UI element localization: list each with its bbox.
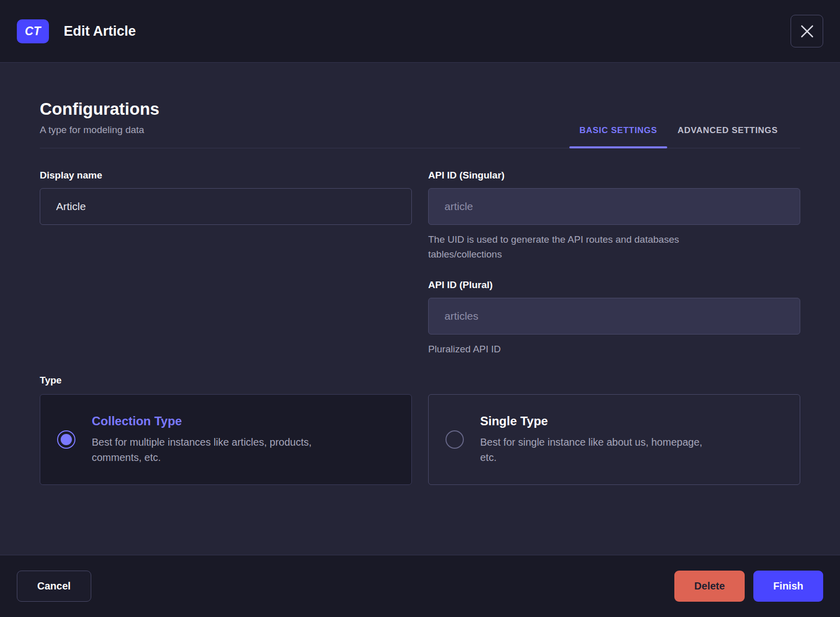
- section-header: Configurations A type for modeling data …: [40, 99, 800, 148]
- content-type-badge: CT: [17, 19, 49, 43]
- api-id-singular-input: [428, 188, 800, 225]
- finish-button[interactable]: Finish: [753, 571, 823, 602]
- tab-basic-settings[interactable]: BASIC SETTINGS: [569, 125, 667, 148]
- settings-tabs: BASIC SETTINGS ADVANCED SETTINGS: [569, 125, 788, 148]
- api-id-singular-helper: The UID is used to generate the API rout…: [428, 232, 800, 262]
- api-id-singular-label: API ID (Singular): [428, 170, 800, 181]
- single-type-title: Single Type: [480, 414, 702, 428]
- collection-type-description: Best for multiple instances like article…: [92, 434, 311, 465]
- single-type-texts: Single Type Best for single instance lik…: [480, 414, 702, 465]
- api-id-plural-helper: Pluralized API ID: [428, 342, 800, 356]
- modal-title: Edit Article: [64, 23, 136, 39]
- api-id-plural-field: API ID (Plural) Pluralized API ID: [428, 279, 800, 356]
- collection-type-title: Collection Type: [92, 414, 311, 428]
- left-column: Display name: [40, 170, 412, 356]
- collection-type-texts: Collection Type Best for multiple instan…: [92, 414, 311, 465]
- collection-type-card[interactable]: Collection Type Best for multiple instan…: [40, 394, 412, 485]
- section-titles: Configurations A type for modeling data: [40, 99, 160, 148]
- tab-advanced-settings[interactable]: ADVANCED SETTINGS: [667, 125, 788, 148]
- single-type-radio[interactable]: [445, 430, 464, 449]
- page-subtitle: A type for modeling data: [40, 124, 160, 136]
- single-type-card[interactable]: Single Type Best for single instance lik…: [428, 394, 800, 485]
- type-label: Type: [40, 375, 800, 386]
- display-name-input[interactable]: [40, 188, 412, 225]
- collection-type-radio[interactable]: [57, 430, 75, 449]
- modal-body: Configurations A type for modeling data …: [0, 63, 840, 555]
- display-name-field: Display name: [40, 170, 412, 225]
- edit-article-modal: CT Edit Article Configurations A type fo…: [0, 0, 840, 617]
- delete-button[interactable]: Delete: [674, 571, 745, 602]
- content-type-badge-label: CT: [25, 24, 41, 38]
- modal-footer: Cancel Delete Finish: [0, 555, 840, 617]
- display-name-label: Display name: [40, 170, 412, 181]
- api-id-plural-input: [428, 298, 800, 335]
- footer-actions: Delete Finish: [674, 571, 823, 602]
- close-icon: [800, 24, 814, 38]
- close-button[interactable]: [791, 15, 823, 47]
- single-type-description: Best for single instance like about us, …: [480, 434, 702, 465]
- api-id-singular-field: API ID (Singular) The UID is used to gen…: [428, 170, 800, 262]
- modal-header: CT Edit Article: [0, 0, 840, 63]
- cancel-button[interactable]: Cancel: [17, 571, 91, 602]
- configuration-form: Display name API ID (Singular) The UID i…: [40, 170, 800, 356]
- right-column: API ID (Singular) The UID is used to gen…: [428, 170, 800, 356]
- type-section: Type Collection Type Best for multiple i…: [40, 375, 800, 485]
- type-options: Collection Type Best for multiple instan…: [40, 394, 800, 485]
- api-id-plural-label: API ID (Plural): [428, 279, 800, 291]
- page-title: Configurations: [40, 99, 160, 119]
